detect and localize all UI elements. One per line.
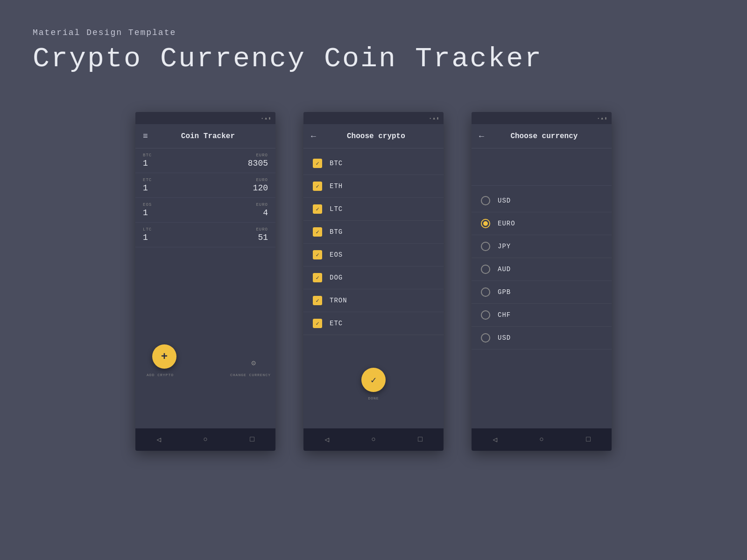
page-title: Crypto Currency Coin Tracker: [33, 43, 714, 75]
menu-icon[interactable]: ≡: [143, 132, 148, 141]
app-bar-title-3: Choose currency: [484, 132, 604, 140]
currency-list: USD EURO JPY AUD GPB CHF USD: [472, 186, 612, 353]
done-fab[interactable]: ✓: [361, 368, 386, 392]
nav-bar-1: ◁ ○ □: [135, 428, 275, 451]
back-icon-2[interactable]: ←: [311, 132, 316, 141]
currency-name: EURO: [498, 220, 515, 227]
checkbox[interactable]: ✓: [313, 227, 322, 237]
radio-button[interactable]: [481, 242, 490, 251]
check-icon: ✓: [316, 252, 319, 259]
status-icons-1: ▪ ▲ ▮: [261, 116, 271, 120]
coin-item-top: ETC EURO: [143, 178, 268, 182]
list-item[interactable]: ✓ BTC: [303, 152, 444, 175]
screen2-content: ✓ BTC ✓ ETH ✓ LTC ✓ BTG ✓ EOS ✓ DOG ✓ TR…: [303, 148, 444, 428]
add-crypto-label: ADD CRYPTO: [147, 373, 174, 377]
coin-label: EOS: [143, 203, 152, 207]
list-item[interactable]: ✓ BTG: [303, 221, 444, 244]
status-icons-3: ▪ ▲ ▮: [598, 116, 607, 120]
square-nav-3[interactable]: □: [586, 435, 591, 444]
square-nav-2[interactable]: □: [418, 435, 423, 444]
list-item[interactable]: USD: [472, 189, 612, 212]
list-item[interactable]: GPB: [472, 281, 612, 304]
list-item[interactable]: ✓ DOG: [303, 266, 444, 289]
checkbox[interactable]: ✓: [313, 319, 322, 328]
radio-button[interactable]: [481, 219, 490, 228]
coin-values: 1 120: [143, 183, 268, 193]
radio-button[interactable]: [481, 196, 490, 205]
checkbox[interactable]: ✓: [313, 273, 322, 282]
list-item[interactable]: JPY: [472, 235, 612, 258]
screen-choose-currency: ▪ ▲ ▮ ← Choose currency USD EURO JPY AUD…: [472, 112, 612, 451]
coin-label: LTC: [143, 227, 152, 232]
home-nav-1[interactable]: ○: [203, 435, 208, 444]
battery-icon: ▮: [268, 116, 271, 120]
back-nav-1[interactable]: ◁: [156, 435, 161, 444]
status-bar-1: ▪ ▲ ▮: [135, 112, 275, 124]
screen3-content: USD EURO JPY AUD GPB CHF USD: [472, 148, 612, 428]
checkbox[interactable]: ✓: [313, 182, 322, 191]
crypto-name: TRON: [330, 297, 347, 304]
crypto-name: BTC: [330, 160, 343, 167]
list-item[interactable]: CHF: [472, 304, 612, 327]
page-header: Material Design Template Crypto Currency…: [0, 0, 747, 93]
radio-button[interactable]: [481, 287, 490, 297]
home-nav-2[interactable]: ○: [371, 435, 376, 444]
check-icon: ✓: [316, 183, 319, 190]
coin-currency-label: EURO: [256, 178, 268, 182]
list-item[interactable]: EURO: [472, 212, 612, 235]
list-item[interactable]: USD: [472, 327, 612, 350]
list-item[interactable]: AUD: [472, 258, 612, 281]
list-item[interactable]: ✓ TRON: [303, 289, 444, 312]
crypto-name: LTC: [330, 205, 343, 213]
back-nav-3[interactable]: ◁: [493, 435, 497, 444]
radio-dot: [483, 221, 488, 226]
checkbox[interactable]: ✓: [313, 204, 322, 214]
currency-name: AUD: [498, 266, 511, 273]
done-label: DONE: [368, 396, 379, 400]
list-item[interactable]: ✓ ETC: [303, 312, 444, 335]
square-nav-1[interactable]: □: [250, 435, 254, 444]
checkbox[interactable]: ✓: [313, 296, 322, 305]
wifi-icon-2: ▪: [430, 116, 432, 120]
radio-button[interactable]: [481, 265, 490, 274]
radio-button[interactable]: [481, 333, 490, 343]
battery-icon-2: ▮: [437, 116, 439, 120]
coin-fiat-value: 51: [258, 233, 268, 242]
coin-amount: 1: [143, 233, 148, 242]
home-nav-3[interactable]: ○: [539, 435, 544, 444]
list-item[interactable]: ✓ LTC: [303, 198, 444, 221]
back-icon-3[interactable]: ←: [479, 132, 484, 141]
signal-icon: ▲: [265, 116, 267, 120]
coin-amount: 1: [143, 159, 148, 168]
coin-item-top: EOS EURO: [143, 203, 268, 207]
app-bar-title-2: Choose crypto: [316, 132, 436, 140]
screen-coin-tracker: ▪ ▲ ▮ ≡ Coin Tracker BTC EURO 1 8305 ETC…: [135, 112, 275, 451]
gear-icon[interactable]: ⚙: [251, 358, 256, 368]
crypto-name: BTG: [330, 228, 343, 236]
crypto-name: ETC: [330, 320, 343, 327]
coin-currency-label: EURO: [256, 227, 268, 232]
currency-top-empty: [472, 148, 612, 186]
list-item[interactable]: ✓ EOS: [303, 244, 444, 266]
list-item: ETC EURO 1 120: [135, 173, 275, 198]
currency-name: USD: [498, 334, 511, 342]
coin-fiat-value: 120: [253, 183, 268, 193]
checkbox[interactable]: ✓: [313, 250, 322, 259]
crypto-list: ✓ BTC ✓ ETH ✓ LTC ✓ BTG ✓ EOS ✓ DOG ✓ TR…: [303, 148, 444, 339]
app-bar-3: ← Choose currency: [472, 124, 612, 148]
list-item[interactable]: ✓ ETH: [303, 175, 444, 198]
coin-label: ETC: [143, 178, 152, 182]
list-item: EOS EURO 1 4: [135, 198, 275, 223]
radio-button[interactable]: [481, 310, 490, 320]
coin-item-top: LTC EURO: [143, 227, 268, 232]
status-bar-2: ▪ ▲ ▮: [303, 112, 444, 124]
add-crypto-fab[interactable]: +: [152, 344, 176, 369]
nav-bar-2: ◁ ○ □: [303, 428, 444, 451]
wifi-icon-3: ▪: [598, 116, 600, 120]
status-bar-3: ▪ ▲ ▮: [472, 112, 612, 124]
coin-currency-label: EURO: [256, 153, 268, 158]
currency-name: CHF: [498, 311, 511, 319]
back-nav-2[interactable]: ◁: [324, 435, 329, 444]
crypto-name: EOS: [330, 251, 343, 259]
checkbox[interactable]: ✓: [313, 159, 322, 168]
